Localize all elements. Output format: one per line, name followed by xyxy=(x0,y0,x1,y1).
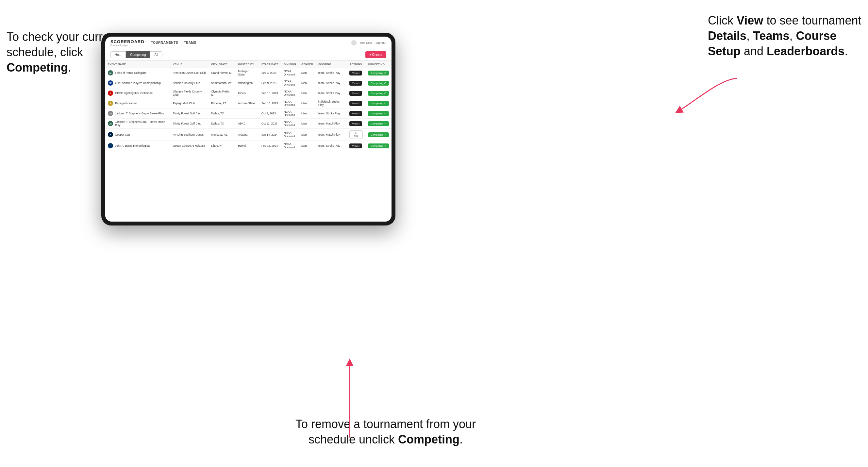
col-venue: VENUE xyxy=(170,61,209,68)
cell-scoring: team, Match Play xyxy=(316,129,347,141)
cell-city: Dallas, TX xyxy=(209,108,235,119)
cell-city: Grand Haven, MI xyxy=(209,68,235,78)
cell-competing[interactable]: Competing ✓ xyxy=(365,129,392,141)
competing-button[interactable]: Competing ✓ xyxy=(368,91,389,96)
table-row: I OFCC Fighting Illini Invitational Olym… xyxy=(105,88,392,98)
cell-competing[interactable]: Competing ✓ xyxy=(365,108,392,119)
view-button[interactable]: View ℹ xyxy=(349,91,362,96)
cell-actions[interactable]: View ℹ xyxy=(347,78,365,88)
table-container: EVENT NAME VENUE CITY, STATE HOSTED BY S… xyxy=(105,61,392,222)
event-name-cell: M Folds of Honor Collegiate xyxy=(105,68,170,78)
cell-venue: Sahalee Country Club xyxy=(170,78,209,88)
cell-actions[interactable]: View ℹ xyxy=(347,98,365,108)
col-gender: GENDER xyxy=(299,61,316,68)
cell-hosted: Illinois xyxy=(235,88,259,98)
toolbar: Ho... Competing All + Create xyxy=(105,49,392,61)
annotation-bottom: To remove a tournament from your schedul… xyxy=(275,417,497,447)
table-row: JS Jackson T. Stephens Cup – Stroke Play… xyxy=(105,108,392,119)
competing-button[interactable]: Competing ✓ xyxy=(368,111,389,116)
cell-scoring: team, Match Play xyxy=(316,119,347,129)
col-hosted-by: HOSTED BY xyxy=(235,61,259,68)
view-button[interactable]: View ℹ xyxy=(349,81,362,86)
tab-all[interactable]: All xyxy=(150,51,162,58)
cell-venue: Olympia Fields Country Club xyxy=(170,88,209,98)
view-button[interactable]: View ℹ xyxy=(349,111,362,116)
event-name: John A. Burns Intercollegiate xyxy=(115,144,150,147)
competing-button[interactable]: Competing ✓ xyxy=(368,81,389,86)
team-logo: A xyxy=(108,132,113,137)
cell-venue: Ocean Course At Hokuala xyxy=(170,141,209,151)
cell-city: Olympia Fields, IL xyxy=(209,88,235,98)
table-header-row: EVENT NAME VENUE CITY, STATE HOSTED BY S… xyxy=(105,61,392,68)
nav-right: Test User Sign out xyxy=(351,40,386,45)
cell-actions[interactable]: View ℹ xyxy=(347,141,365,151)
create-button[interactable]: + Create xyxy=(365,51,386,58)
col-event-name: EVENT NAME xyxy=(105,61,170,68)
cell-venue: Papago Golf Club xyxy=(170,98,209,108)
logo-subtitle: Powered by clipp xyxy=(111,44,145,46)
cell-competing[interactable]: Competing ✓ xyxy=(365,98,392,108)
cell-actions[interactable]: ✏ Edit xyxy=(347,129,365,141)
col-competing: COMPETING xyxy=(365,61,392,68)
cell-division: NCAADivision I xyxy=(281,88,299,98)
annotation-period: . xyxy=(68,61,71,74)
view-button[interactable]: View ℹ xyxy=(349,121,362,126)
event-name-cell: A Copper Cup xyxy=(105,129,170,141)
event-name-cell: JS Jackson T. Stephens Cup – Men's Match… xyxy=(105,119,170,129)
cell-hosted: Arizona State xyxy=(235,98,259,108)
col-scoring: SCORING xyxy=(316,61,347,68)
competing-button[interactable]: Competing ✓ xyxy=(368,101,389,106)
user-icon xyxy=(351,40,356,45)
cell-city: Dallas, TX xyxy=(209,119,235,129)
event-name-cell: W 2023 Sahalee Players Championship xyxy=(105,78,170,88)
team-logo: JS xyxy=(108,121,113,126)
competing-button[interactable]: Competing ✓ xyxy=(368,144,389,148)
tab-competing[interactable]: Competing xyxy=(126,51,150,58)
cell-actions[interactable]: View ℹ xyxy=(347,108,365,119)
cell-hosted: Washington xyxy=(235,78,259,88)
cell-actions[interactable]: View ℹ xyxy=(347,88,365,98)
cell-venue: Trinity Forest Golf Club xyxy=(170,119,209,129)
competing-button[interactable]: Competing ✓ xyxy=(368,132,389,137)
cell-competing[interactable]: Competing ✓ xyxy=(365,119,392,129)
tab-home[interactable]: Ho... xyxy=(111,51,126,58)
cell-competing[interactable]: Competing ✓ xyxy=(365,141,392,151)
event-name-cell: H John A. Burns Intercollegiate xyxy=(105,141,170,151)
cell-city: Lihue, HI xyxy=(209,141,235,151)
cell-start: Feb 15, 2024 xyxy=(259,141,281,151)
event-name-cell: JS Jackson T. Stephens Cup – Stroke Play xyxy=(105,108,170,119)
cell-gender: Men xyxy=(299,98,316,108)
cell-competing[interactable]: Competing ✓ xyxy=(365,78,392,88)
edit-button[interactable]: ✏ Edit xyxy=(349,130,363,139)
event-name: Jackson T. Stephens Cup – Stroke Play xyxy=(115,112,164,115)
cell-scoring: team, Stroke Play xyxy=(316,141,347,151)
competing-button[interactable]: Competing ✓ xyxy=(368,121,389,126)
nav-tournaments[interactable]: TOURNAMENTS xyxy=(151,41,178,44)
nav-teams[interactable]: TEAMS xyxy=(184,41,196,44)
annotation-competing-bold: Competing xyxy=(6,61,68,74)
table-row: A Copper Cup Ak-Chin Southern DunesMaric… xyxy=(105,129,392,141)
cell-gender: Men xyxy=(299,129,316,141)
cell-actions[interactable]: View ℹ xyxy=(347,68,365,78)
view-button[interactable]: View ℹ xyxy=(349,144,362,148)
cell-scoring: team, Stroke Play xyxy=(316,68,347,78)
view-button[interactable]: View ℹ xyxy=(349,71,362,75)
logo-title: SCOREBOARD xyxy=(111,39,145,44)
cell-scoring: individual, Stroke Play xyxy=(316,98,347,108)
cell-competing[interactable]: Competing ✓ xyxy=(365,88,392,98)
cell-start: Sep 18, 2023 xyxy=(259,98,281,108)
col-actions: ACTIONS xyxy=(347,61,365,68)
cell-venue: Trinity Forest Golf Club xyxy=(170,108,209,119)
cell-hosted: Michigan State xyxy=(235,68,259,78)
cell-gender: Men xyxy=(299,108,316,119)
cell-competing[interactable]: Competing ✓ xyxy=(365,68,392,78)
nav-links: TOURNAMENTS TEAMS xyxy=(151,41,351,44)
view-button[interactable]: View ℹ xyxy=(349,101,362,106)
competing-button[interactable]: Competing ✓ xyxy=(368,71,389,75)
sign-out-link[interactable]: Sign out xyxy=(375,41,386,44)
col-start-date: START DATE xyxy=(259,61,281,68)
cell-division: NCAADivision I xyxy=(281,119,299,129)
team-logo: P xyxy=(108,101,113,106)
cell-city: Sammamish, WA xyxy=(209,78,235,88)
cell-actions[interactable]: View ℹ xyxy=(347,119,365,129)
